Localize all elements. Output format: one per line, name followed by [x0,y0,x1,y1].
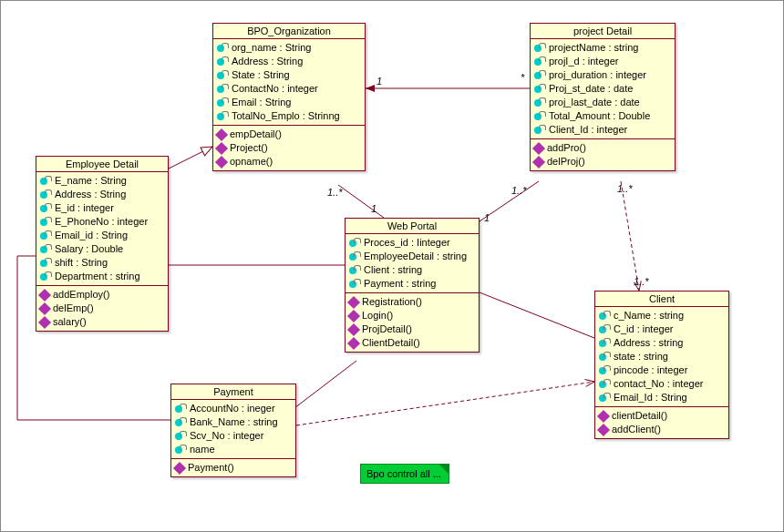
attr: Email_Id : String [614,391,687,404]
class-title: Payment [171,384,295,400]
mult-1s-c: 1..* [617,183,633,194]
op-icon [347,322,360,335]
attr: E_id : integer [55,201,114,215]
attr-icon [599,352,612,363]
attr-icon [175,431,188,442]
attr: c_Name : string [614,309,684,322]
attr-icon [599,338,612,349]
attr: TotalNo_Emplo : Strinng [232,109,340,123]
attr: Email : String [232,96,291,109]
attr-icon [534,84,547,95]
attr: Payment : string [364,277,436,291]
attr: Bank_Name : string [190,415,278,429]
op: addEmploy() [53,288,109,302]
op: ClientDetail() [362,336,420,350]
attrs: c_Name : string C_id : integer Address :… [595,307,728,407]
op: Project() [230,141,268,155]
op: opname() [230,155,273,169]
attr-icon [349,238,362,249]
ops: empDetail() Project() opname() [213,126,365,170]
svg-line-8 [296,382,594,425]
op: addClient() [612,423,661,436]
attr: E_name : String [55,174,127,188]
mult-1s-b: 1..* [511,185,527,196]
svg-line-6 [291,361,356,411]
op: Registration() [362,295,422,309]
attr: Total_Amount : Double [549,109,650,123]
attr: State : String [232,68,290,82]
class-webportal[interactable]: Web Portal Proces_id : Iinteger Employee… [345,218,480,353]
op-icon [38,302,51,314]
class-title: Client [595,292,728,307]
attr-icon [349,265,362,276]
attrs: org_name : String Address : String State… [213,39,365,126]
op-icon [532,155,545,168]
mult-one: 1 [377,76,382,87]
attr-icon [175,445,188,455]
op-icon [347,336,360,349]
attr-icon [599,311,612,322]
attr-icon [40,217,53,228]
op-icon [597,423,610,435]
attr: Proj_st_date : date [549,82,633,96]
mult-1s-a: 1..* [327,187,343,198]
class-bpo[interactable]: BPO_Organization org_name : String Addre… [212,23,366,171]
attr-icon [534,70,547,81]
attr-icon [40,271,53,282]
attr: EmployeeDetail : string [364,250,467,263]
attr: projectName : string [549,41,638,55]
attr: proj_last_date : date [549,96,640,109]
attr-icon [175,417,188,428]
class-employee[interactable]: Employee Detail E_name : String Address … [36,156,169,332]
op-icon [597,409,610,422]
attr-icon [40,258,53,269]
attr-icon [40,189,53,200]
op: Login() [362,309,393,322]
op-icon [173,461,186,474]
attr: Address : String [232,55,303,68]
attr-icon [217,84,230,95]
op: addPro() [547,141,586,155]
class-title: Employee Detail [36,157,168,172]
attr-icon [534,97,547,108]
attr: name [190,443,215,456]
mult-1-a: 1 [371,203,377,214]
attr-icon [217,111,230,122]
op-icon [215,128,228,140]
attr: Department : string [55,270,140,283]
op: clientDetail() [612,409,667,423]
op-icon [215,155,228,168]
ops: clientDetail() addClient() [595,407,728,438]
class-client[interactable]: Client c_Name : string C_id : integer Ad… [594,291,729,439]
attr-icon [175,404,188,414]
attr: Scv_No : integer [190,429,263,443]
op: Payment() [188,461,234,475]
op-icon [347,295,360,308]
attr-icon [40,203,53,214]
ops: addPro() delProj() [531,139,675,170]
ops: Payment() [171,459,295,476]
op: delProj() [547,155,585,169]
attr: org_name : String [232,41,311,55]
attr-icon [534,56,547,67]
attr-icon [534,111,547,122]
attrs: AccountNo : ineger Bank_Name : string Sc… [171,400,295,459]
class-payment[interactable]: Payment AccountNo : ineger Bank_Name : s… [170,384,296,477]
attr-icon [217,70,230,81]
attr-icon [217,43,230,54]
op: salary() [53,315,87,329]
svg-line-2 [338,185,384,218]
attr: Client : string [364,263,422,277]
op-icon [532,141,545,154]
attr: Email_id : String [55,229,128,242]
attr: Client_Id : integer [549,123,627,137]
op: delEmp() [53,302,94,315]
attrs: E_name : String Address : String E_id : … [36,172,168,286]
diagram-note[interactable]: Bpo control all ... [360,464,449,484]
op-icon [38,288,51,301]
attr-icon [40,244,53,255]
attr-icon [40,230,53,241]
class-project[interactable]: project Detail projectName : string proj… [530,23,676,171]
svg-line-7 [480,292,594,338]
op: empDetail() [230,128,282,141]
